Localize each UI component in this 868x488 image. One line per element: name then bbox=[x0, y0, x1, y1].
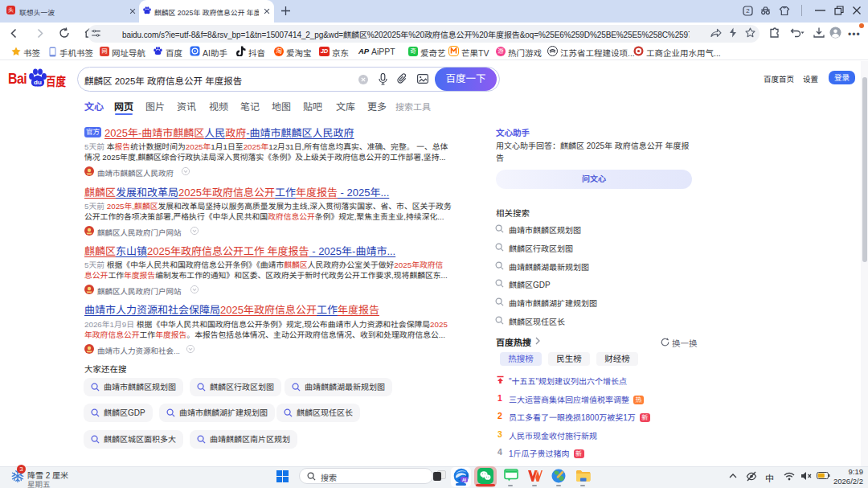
svg-text:du: du bbox=[34, 79, 42, 86]
svg-text:AI: AI bbox=[462, 478, 467, 482]
